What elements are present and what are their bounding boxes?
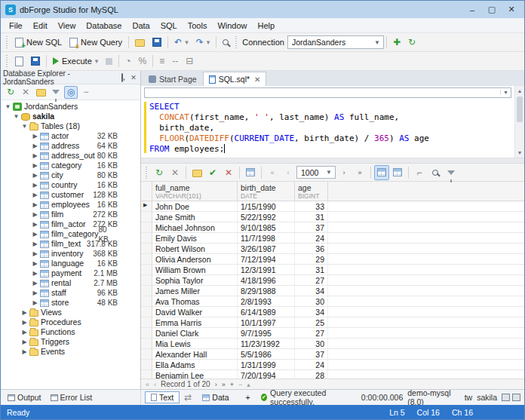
expand-caret-icon[interactable]: ▶ (31, 249, 39, 259)
minimize-button[interactable]: – (462, 3, 482, 16)
refresh-results-button[interactable]: ↻ (152, 165, 167, 180)
tree-node-table[interactable]: ▶ staff 96 KB (1, 288, 140, 298)
table-row[interactable]: Robert Wilson 3/26/1987 36 (141, 244, 524, 254)
toolbar-grip[interactable] (5, 36, 9, 48)
table-row[interactable]: David Walker 6/14/1989 34 (141, 307, 524, 317)
refresh-connection-button[interactable]: ↻ (404, 35, 419, 51)
row-selector[interactable] (141, 212, 152, 222)
tree-node-table[interactable]: ▶ country 16 KB (1, 180, 140, 190)
page-size-combobox[interactable]: 1000 ▼ (296, 166, 336, 179)
refresh-tree-button[interactable]: ↻ (4, 86, 17, 99)
column-header-age[interactable]: age BIGINT (295, 182, 328, 201)
expand-caret-icon[interactable]: ▶ (31, 180, 39, 190)
table-row[interactable]: Emma Harris 10/1/1997 25 (141, 317, 524, 328)
tree-node-table[interactable]: ▶ category 16 KB (1, 161, 140, 170)
code-line[interactable]: birth_date, (149, 123, 514, 133)
table-row[interactable]: John Doe 1/15/1990 33 (141, 201, 524, 212)
scroll-thumb[interactable] (517, 97, 523, 122)
tree-node-table[interactable]: ▶ store 48 KB (1, 298, 140, 308)
tree-node-table[interactable]: ▶ payment 2.1 MB (1, 268, 140, 278)
sync-selection-button[interactable]: ◎ (64, 86, 78, 99)
code-line[interactable]: SELECT (149, 102, 514, 112)
undo-button[interactable]: ↶▾ (170, 35, 192, 51)
row-selector[interactable] (141, 286, 152, 296)
tree-node-table[interactable]: ▶ employees 16 KB (1, 200, 140, 210)
column-header-full-name[interactable]: full_name VARCHAR(101) (152, 182, 238, 201)
expand-caret-icon[interactable]: ▶ (31, 239, 39, 249)
table-row[interactable]: Sophia Taylor 4/18/1996 27 (141, 275, 524, 286)
row-selector[interactable] (141, 317, 152, 327)
expand-caret-icon[interactable]: ▶ (31, 170, 39, 180)
expand-caret-icon[interactable]: ▶ (31, 151, 39, 161)
maximize-results-button[interactable]: ⌐ (412, 165, 427, 180)
filter-tree-button[interactable] (49, 86, 63, 99)
code-lines[interactable]: SELECT CONCAT(first_name, ' ', last_name… (148, 99, 514, 158)
tree-node-folder[interactable]: ▶ Functions (1, 327, 140, 337)
expand-caret-icon[interactable]: ▶ (31, 229, 39, 239)
page-last-button[interactable]: » (352, 165, 367, 180)
toolbar-grip[interactable] (235, 36, 238, 48)
tree-node-table[interactable]: ▶ film_category 80 KB (1, 229, 140, 239)
expand-caret-icon[interactable]: ▶ (31, 288, 39, 298)
tree-node-folder[interactable]: ▶ Procedures (1, 317, 140, 327)
tab-start-page[interactable]: Start Page (143, 72, 203, 86)
menu-sql[interactable]: SQL (155, 20, 183, 32)
row-selector[interactable] (141, 275, 152, 285)
export-data-button[interactable] (189, 165, 204, 180)
connection-combobox[interactable]: JordanSanders ▼ (287, 35, 384, 49)
expand-caret-icon[interactable]: ▶ (31, 200, 39, 210)
menu-tools[interactable]: Tools (183, 20, 213, 32)
menu-window[interactable]: Window (212, 20, 252, 32)
disconnect-button[interactable]: ✕ (19, 86, 32, 99)
stop-refresh-button[interactable]: ✕ (167, 165, 183, 180)
record-next-button[interactable]: › (215, 381, 217, 388)
expand-caret-icon[interactable]: ▶ (31, 190, 39, 200)
tree-node-database[interactable]: ▼ sakila (1, 112, 140, 121)
code-line[interactable]: FLOOR(DATEDIFF(CURRENT_DATE, birth_date)… (149, 133, 514, 144)
page-prev-button[interactable]: ‹ (281, 165, 296, 180)
expand-caret-icon[interactable]: ▶ (31, 268, 39, 278)
layout-grid-icon[interactable] (512, 394, 520, 401)
expand-caret-icon[interactable]: ▶ (31, 161, 39, 170)
page-next-button[interactable]: › (336, 165, 352, 180)
search-results-button[interactable] (428, 165, 443, 180)
table-row[interactable]: Alexander Hall 5/5/1986 37 (141, 349, 524, 360)
tree-node-table[interactable]: ▶ rental 2.7 MB (1, 278, 140, 288)
maximize-button[interactable]: ▢ (482, 3, 502, 16)
expand-caret-icon[interactable]: ▶ (31, 210, 39, 219)
explain-button[interactable]: % (135, 54, 151, 69)
expand-caret-icon[interactable]: ▶ (20, 327, 29, 337)
save-button[interactable] (149, 35, 165, 51)
tree-node-table[interactable]: ▶ film 272 KB (1, 210, 140, 219)
layout-monitor-icon[interactable] (502, 394, 510, 401)
menu-view[interactable]: View (53, 20, 81, 32)
rollback-button[interactable]: ✕ (221, 165, 236, 180)
row-selector[interactable] (141, 254, 152, 264)
tree-node-table[interactable]: ▶ customer 128 KB (1, 190, 140, 200)
table-row[interactable]: Ava Thomas 2/8/1993 30 (141, 296, 524, 307)
menu-data[interactable]: Data (127, 20, 155, 32)
table-row[interactable]: William Brown 12/3/1991 31 (141, 265, 524, 275)
record-prev-button[interactable]: ‹ (154, 381, 156, 388)
commit-button[interactable]: ✔ (205, 165, 220, 180)
expand-caret-icon[interactable]: ▶ (20, 317, 29, 327)
find-button[interactable] (219, 35, 232, 51)
filter-results-button[interactable] (444, 165, 459, 180)
tab-close-icon[interactable]: ✕ (254, 75, 260, 84)
row-selector[interactable] (141, 233, 152, 243)
row-selector[interactable] (141, 296, 152, 306)
tree-node-table[interactable]: ▶ actor 32 KB (1, 131, 140, 141)
save-doc-button[interactable] (27, 54, 44, 69)
menu-database[interactable]: Database (81, 20, 127, 32)
table-row[interactable]: Daniel Clark 9/7/1995 27 (141, 328, 524, 339)
tree-node-table[interactable]: ▶ inventory 368 KB (1, 249, 140, 259)
row-selector[interactable] (141, 360, 152, 369)
tree-node-tables-folder[interactable]: ▼ Tables (18) (1, 121, 140, 131)
tree-node-folder[interactable]: ▶ Events (1, 347, 140, 357)
tree-node-table[interactable]: ▶ address 64 KB (1, 141, 140, 151)
expand-caret-icon[interactable]: ▶ (31, 141, 39, 151)
redo-button[interactable]: ↷▾ (192, 35, 214, 51)
tree-node-connection[interactable]: ▼ JordanSanders (1, 102, 140, 112)
expand-caret-icon[interactable]: ▶ (31, 219, 39, 229)
open-file-button[interactable] (131, 35, 149, 51)
